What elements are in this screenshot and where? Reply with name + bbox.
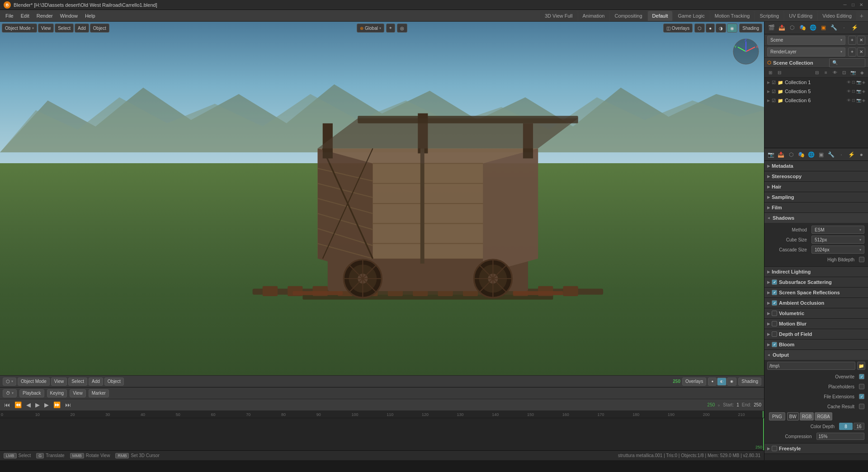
compression-field[interactable]: 15% [816, 433, 865, 440]
indirect-lighting-header[interactable]: ▶ Indirect Lighting [764, 267, 868, 277]
jump-start-btn[interactable]: ⏮ [3, 401, 11, 408]
collection-6-select[interactable]: ⊡ [852, 98, 855, 103]
render-icon[interactable]: ◈ [858, 69, 866, 77]
motion-blur-header[interactable]: ▶ Motion Blur [764, 319, 868, 329]
bw-btn[interactable]: ● [708, 378, 717, 386]
add-workspace-tab[interactable]: + [857, 12, 866, 19]
tab-video-editing[interactable]: Video Editing [818, 11, 856, 21]
remove-scene-btn[interactable]: ✕ [857, 36, 865, 45]
collection-6-render[interactable]: ◈ [862, 98, 865, 103]
delete-collection-btn[interactable]: ⊟ [775, 69, 783, 77]
collection-5-eye[interactable]: 👁 [847, 89, 851, 94]
placeholders-checkbox[interactable] [859, 384, 864, 389]
proportional-edit[interactable]: ◎ [397, 24, 407, 33]
prop-view-layer-icon[interactable]: ⬡ [786, 150, 796, 160]
volumetric-checkbox[interactable] [772, 311, 777, 316]
playback-menu[interactable]: Playback [19, 389, 44, 397]
collection-1-expand[interactable]: ▶ [767, 80, 770, 85]
solid-shading[interactable]: ● [706, 24, 715, 33]
render-layer-dropdown[interactable]: RenderLayer ▾ [767, 47, 845, 57]
outliner-collection-6[interactable]: ▶ ☑ 📁 Collection 6 👁 ⊡ 📷 ◈ [764, 96, 868, 105]
next-frame-btn[interactable]: ⏩ [52, 401, 62, 408]
prop-obj-icon[interactable]: ▣ [816, 150, 826, 160]
collection-6-cam[interactable]: 📷 [856, 98, 861, 103]
cache-result-checkbox[interactable] [859, 404, 864, 409]
scene-properties-icon[interactable]: 🎭 [797, 23, 807, 33]
prop-render-icon[interactable]: 📷 [766, 150, 776, 160]
collection-5-check[interactable]: ☑ [772, 89, 776, 94]
sampling-header[interactable]: ▶ Sampling [764, 192, 868, 202]
view-menu-timeline[interactable]: View [70, 389, 86, 397]
ao-header[interactable]: ▶ Ambient Occlusion [764, 298, 868, 308]
prop-physics-icon[interactable]: ⚡ [847, 150, 856, 160]
maximize-btn[interactable]: □ [850, 2, 856, 8]
tab-compositing[interactable]: Compositing [610, 11, 646, 21]
timeline-content[interactable]: 250 [0, 418, 764, 450]
dof-checkbox[interactable] [772, 331, 777, 337]
output-path-field[interactable]: /tmp\ [767, 362, 855, 370]
new-collection-btn[interactable]: ⊞ [766, 69, 774, 77]
render-properties-icon[interactable]: 🎬 [766, 23, 776, 33]
collection-5-cam[interactable]: 📷 [856, 89, 861, 94]
add-menu[interactable]: Add [75, 24, 89, 33]
output-properties-icon[interactable]: 📤 [777, 23, 787, 33]
outliner-collection-1[interactable]: ▶ ☑ 📁 Collection 1 👁 ⊡ 📷 ◈ [764, 78, 868, 87]
collection-6-eye[interactable]: 👁 [847, 98, 851, 103]
output-path-browse[interactable]: 📁 [857, 362, 865, 370]
menu-render[interactable]: Render [33, 10, 57, 22]
bloom-checkbox[interactable] [772, 342, 777, 347]
collection-5-expand[interactable]: ▶ [767, 90, 770, 94]
bw-mode[interactable]: BW [787, 412, 799, 420]
add-render-layer-btn[interactable]: + [848, 47, 856, 57]
bloom-header[interactable]: ▶ Bloom [764, 340, 868, 349]
menu-window[interactable]: Window [57, 10, 81, 22]
tab-animation[interactable]: Animation [578, 11, 609, 21]
tab-scripting[interactable]: Scripting [755, 11, 783, 21]
prop-material-icon[interactable]: ● [857, 150, 866, 160]
wireframe-shading[interactable]: ⬡ [694, 24, 705, 33]
high-bitdepth-checkbox[interactable] [859, 257, 864, 262]
menu-file[interactable]: File [2, 10, 17, 22]
timeline-editor-type[interactable]: ⏱ ▾ [3, 389, 17, 397]
3d-viewport[interactable]: Object Mode ▾ View Select Add Object ⊕ G… [0, 22, 764, 375]
collection-5-select[interactable]: ⊡ [852, 89, 855, 94]
tab-game-logic[interactable]: Game Logic [673, 11, 709, 21]
collection-1-check[interactable]: ☑ [772, 80, 776, 85]
sort-icon[interactable]: ≡ [822, 69, 830, 77]
tab-3d-view-full[interactable]: 3D View Full [540, 11, 577, 21]
shadows-header[interactable]: ▼ Shadows [764, 213, 868, 223]
material-shading[interactable]: ◑ [716, 24, 726, 33]
format-png[interactable]: PNG [769, 412, 785, 420]
prop-output-icon[interactable]: 📤 [776, 150, 786, 160]
mode-object[interactable]: Object Mode [18, 378, 50, 386]
view-menu[interactable]: View [38, 24, 54, 33]
filter-icon[interactable]: ⊟ [813, 69, 821, 77]
collection-1-cam[interactable]: 📷 [856, 80, 861, 85]
tab-default[interactable]: Default [648, 11, 673, 21]
jump-end-btn[interactable]: ⏭ [64, 401, 72, 408]
particle-properties-icon[interactable]: · [839, 23, 849, 33]
ssr-checkbox[interactable] [772, 290, 777, 295]
camera-icon[interactable]: 📷 [849, 69, 857, 77]
object-mode-selector[interactable]: Object Mode ▾ [2, 24, 37, 33]
prev-frame-btn[interactable]: ⏪ [13, 401, 23, 408]
cascade-size-value[interactable]: 1024px ▾ [811, 245, 864, 254]
file-extensions-checkbox[interactable] [859, 394, 864, 399]
prop-particles-icon[interactable]: · [836, 150, 846, 160]
editor-type-selector[interactable]: ⬡ ▾ [3, 378, 16, 386]
collection-1-eye[interactable]: 👁 [847, 80, 851, 85]
rendered-shading[interactable]: ◉ [727, 24, 737, 33]
prop-modifier-icon[interactable]: 🔧 [826, 150, 836, 160]
freestyle-checkbox[interactable] [772, 446, 777, 451]
collection-6-check[interactable]: ☑ [772, 98, 776, 103]
tab-uv-editing[interactable]: UV Editing [784, 11, 817, 21]
object-btn[interactable]: Object [104, 378, 124, 386]
collection-5-render[interactable]: ◈ [862, 89, 865, 94]
select-menu[interactable]: Select [55, 24, 74, 33]
scene-dropdown[interactable]: Scene ▾ [767, 36, 845, 45]
tab-motion-tracking[interactable]: Motion Tracking [710, 11, 755, 21]
collection-1-select[interactable]: ⊡ [852, 80, 855, 85]
overlays-btn[interactable]: ◫ Overlays [663, 24, 693, 33]
eye-icon[interactable]: 👁 [831, 69, 839, 77]
method-value[interactable]: ESM ▾ [811, 226, 864, 234]
